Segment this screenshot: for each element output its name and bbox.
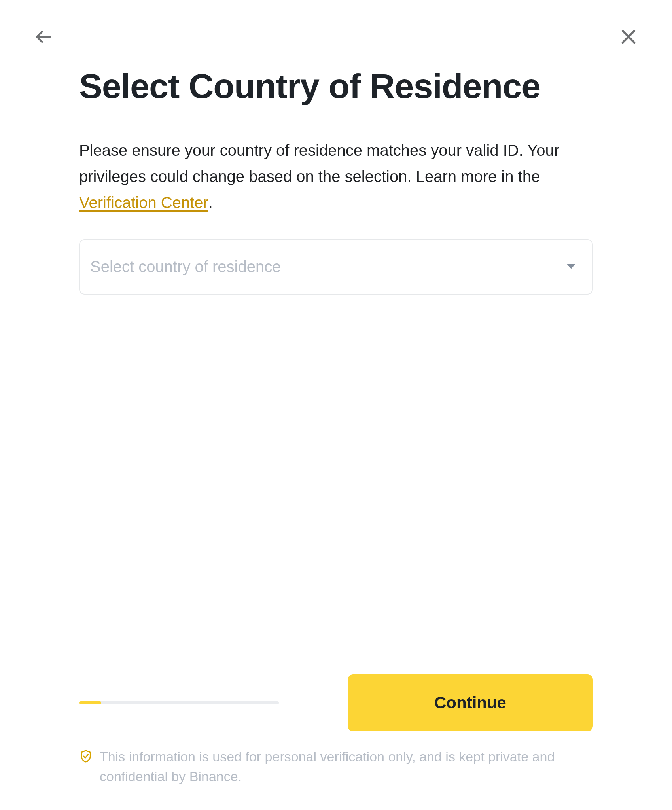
shield-check-icon [79, 749, 93, 765]
svg-marker-3 [567, 264, 575, 269]
content: Select Country of Residence Please ensur… [40, 67, 632, 786]
back-button[interactable] [34, 28, 53, 47]
subtitle-text-2: . [208, 194, 213, 211]
country-selection-modal: Select Country of Residence Please ensur… [0, 0, 672, 810]
subtitle-text-1: Please ensure your country of residence … [79, 142, 559, 185]
page-title: Select Country of Residence [79, 67, 593, 106]
continue-button[interactable]: Continue [348, 674, 593, 731]
select-placeholder: Select country of residence [90, 258, 281, 276]
verification-center-link[interactable]: Verification Center [79, 194, 208, 211]
close-icon [620, 28, 637, 47]
footer-actions: Continue [79, 674, 593, 731]
progress-bar [79, 701, 279, 704]
disclaimer: This information is used for personal ve… [79, 747, 593, 786]
disclaimer-text: This information is used for personal ve… [100, 747, 593, 786]
close-button[interactable] [619, 28, 638, 47]
header-row [34, 28, 638, 47]
subtitle: Please ensure your country of residence … [79, 137, 593, 216]
progress-fill [79, 701, 101, 704]
arrow-left-icon [35, 28, 52, 47]
chevron-down-icon [566, 263, 576, 271]
country-select[interactable]: Select country of residence [79, 239, 593, 295]
